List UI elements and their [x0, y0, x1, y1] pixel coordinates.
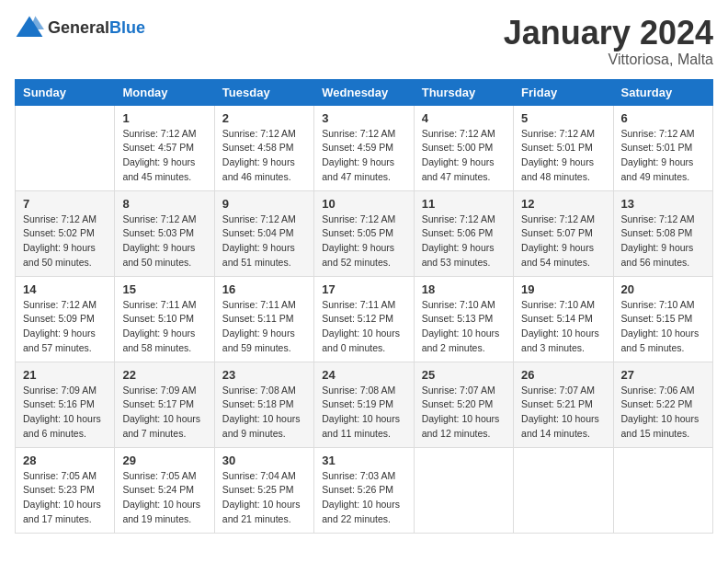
- day-info: Sunrise: 7:12 AM Sunset: 4:58 PM Dayligh…: [222, 127, 306, 185]
- day-info: Sunrise: 7:11 AM Sunset: 5:11 PM Dayligh…: [222, 298, 306, 356]
- day-info: Sunrise: 7:07 AM Sunset: 5:21 PM Dayligh…: [521, 384, 605, 442]
- calendar-cell: 22Sunrise: 7:09 AM Sunset: 5:17 PM Dayli…: [115, 362, 214, 447]
- logo-text-blue: Blue: [109, 18, 145, 37]
- calendar-cell: 23Sunrise: 7:08 AM Sunset: 5:18 PM Dayli…: [214, 362, 313, 447]
- day-info: Sunrise: 7:12 AM Sunset: 4:59 PM Dayligh…: [322, 127, 405, 185]
- calendar-cell: 24Sunrise: 7:08 AM Sunset: 5:19 PM Dayli…: [314, 362, 414, 447]
- header-friday: Friday: [514, 79, 613, 105]
- logo: GeneralBlue: [15, 15, 145, 40]
- day-number: 25: [422, 368, 506, 382]
- day-number: 5: [521, 111, 605, 125]
- header-sunday: Sunday: [16, 79, 115, 105]
- calendar-cell: 20Sunrise: 7:10 AM Sunset: 5:15 PM Dayli…: [613, 276, 712, 362]
- calendar-cell: 28Sunrise: 7:05 AM Sunset: 5:23 PM Dayli…: [16, 447, 115, 533]
- calendar-cell: 6Sunrise: 7:12 AM Sunset: 5:01 PM Daylig…: [613, 105, 712, 190]
- week-row-4: 21Sunrise: 7:09 AM Sunset: 5:16 PM Dayli…: [16, 362, 713, 447]
- header-monday: Monday: [115, 79, 214, 105]
- week-row-2: 7Sunrise: 7:12 AM Sunset: 5:02 PM Daylig…: [16, 190, 713, 276]
- day-number: 21: [23, 368, 107, 382]
- day-info: Sunrise: 7:05 AM Sunset: 5:23 PM Dayligh…: [23, 469, 107, 527]
- week-row-5: 28Sunrise: 7:05 AM Sunset: 5:23 PM Dayli…: [16, 447, 713, 533]
- calendar-cell: [514, 447, 613, 533]
- calendar-cell: 19Sunrise: 7:10 AM Sunset: 5:14 PM Dayli…: [514, 276, 613, 362]
- day-number: 8: [122, 197, 206, 211]
- header-row: Sunday Monday Tuesday Wednesday Thursday…: [16, 79, 713, 105]
- calendar-cell: 10Sunrise: 7:12 AM Sunset: 5:05 PM Dayli…: [314, 190, 414, 276]
- calendar-cell: 11Sunrise: 7:12 AM Sunset: 5:06 PM Dayli…: [414, 190, 513, 276]
- day-number: 17: [322, 282, 405, 296]
- day-info: Sunrise: 7:12 AM Sunset: 5:08 PM Dayligh…: [621, 213, 705, 270]
- title-block: January 2024 Vittoriosa, Malta: [504, 15, 713, 68]
- calendar-cell: 5Sunrise: 7:12 AM Sunset: 5:01 PM Daylig…: [514, 105, 613, 190]
- header-wednesday: Wednesday: [314, 79, 414, 105]
- header-thursday: Thursday: [414, 79, 513, 105]
- calendar-cell: 7Sunrise: 7:12 AM Sunset: 5:02 PM Daylig…: [16, 190, 115, 276]
- calendar-cell: [613, 447, 712, 533]
- day-info: Sunrise: 7:10 AM Sunset: 5:13 PM Dayligh…: [422, 298, 506, 356]
- header-saturday: Saturday: [613, 79, 712, 105]
- calendar-cell: 18Sunrise: 7:10 AM Sunset: 5:13 PM Dayli…: [414, 276, 513, 362]
- day-info: Sunrise: 7:08 AM Sunset: 5:18 PM Dayligh…: [222, 384, 306, 442]
- day-number: 6: [621, 111, 705, 125]
- day-info: Sunrise: 7:12 AM Sunset: 5:01 PM Dayligh…: [621, 127, 705, 185]
- day-info: Sunrise: 7:09 AM Sunset: 5:16 PM Dayligh…: [23, 384, 107, 442]
- calendar-cell: 4Sunrise: 7:12 AM Sunset: 5:00 PM Daylig…: [414, 105, 513, 190]
- calendar-cell: 13Sunrise: 7:12 AM Sunset: 5:08 PM Dayli…: [613, 190, 712, 276]
- day-number: 29: [122, 454, 206, 467]
- day-info: Sunrise: 7:11 AM Sunset: 5:12 PM Dayligh…: [322, 298, 405, 356]
- day-info: Sunrise: 7:10 AM Sunset: 5:15 PM Dayligh…: [621, 298, 705, 356]
- week-row-1: 1Sunrise: 7:12 AM Sunset: 4:57 PM Daylig…: [16, 105, 713, 190]
- calendar-cell: 14Sunrise: 7:12 AM Sunset: 5:09 PM Dayli…: [16, 276, 115, 362]
- day-info: Sunrise: 7:07 AM Sunset: 5:20 PM Dayligh…: [422, 384, 506, 442]
- day-info: Sunrise: 7:04 AM Sunset: 5:25 PM Dayligh…: [222, 469, 306, 527]
- day-number: 12: [521, 197, 605, 211]
- calendar-cell: 3Sunrise: 7:12 AM Sunset: 4:59 PM Daylig…: [314, 105, 414, 190]
- day-number: 24: [322, 368, 405, 382]
- calendar-cell: 2Sunrise: 7:12 AM Sunset: 4:58 PM Daylig…: [214, 105, 313, 190]
- day-number: 31: [322, 454, 405, 467]
- calendar-cell: 26Sunrise: 7:07 AM Sunset: 5:21 PM Dayli…: [514, 362, 613, 447]
- day-info: Sunrise: 7:12 AM Sunset: 5:07 PM Dayligh…: [521, 213, 605, 270]
- day-number: 20: [621, 282, 705, 296]
- calendar-cell: 21Sunrise: 7:09 AM Sunset: 5:16 PM Dayli…: [16, 362, 115, 447]
- day-number: 22: [122, 368, 206, 382]
- day-number: 10: [322, 197, 405, 211]
- page-header: GeneralBlue January 2024 Vittoriosa, Mal…: [15, 15, 713, 68]
- day-info: Sunrise: 7:09 AM Sunset: 5:17 PM Dayligh…: [122, 384, 206, 442]
- location-subtitle: Vittoriosa, Malta: [504, 52, 713, 68]
- day-number: 11: [422, 197, 506, 211]
- day-info: Sunrise: 7:12 AM Sunset: 5:06 PM Dayligh…: [422, 213, 506, 270]
- day-info: Sunrise: 7:05 AM Sunset: 5:24 PM Dayligh…: [122, 469, 206, 527]
- calendar-header: Sunday Monday Tuesday Wednesday Thursday…: [16, 79, 713, 105]
- header-tuesday: Tuesday: [214, 79, 313, 105]
- calendar-cell: 15Sunrise: 7:11 AM Sunset: 5:10 PM Dayli…: [115, 276, 214, 362]
- day-number: 7: [23, 197, 107, 211]
- day-info: Sunrise: 7:12 AM Sunset: 5:02 PM Dayligh…: [23, 213, 107, 270]
- day-number: 1: [122, 111, 206, 125]
- calendar-cell: [16, 105, 115, 190]
- day-info: Sunrise: 7:12 AM Sunset: 5:00 PM Dayligh…: [422, 127, 506, 185]
- calendar-body: 1Sunrise: 7:12 AM Sunset: 4:57 PM Daylig…: [16, 105, 713, 533]
- logo-text-general: General: [48, 18, 109, 37]
- calendar-cell: 16Sunrise: 7:11 AM Sunset: 5:11 PM Dayli…: [214, 276, 313, 362]
- day-info: Sunrise: 7:12 AM Sunset: 5:04 PM Dayligh…: [222, 213, 306, 270]
- day-number: 2: [222, 111, 306, 125]
- day-number: 30: [222, 454, 306, 467]
- calendar-cell: 31Sunrise: 7:03 AM Sunset: 5:26 PM Dayli…: [314, 447, 414, 533]
- calendar-cell: 25Sunrise: 7:07 AM Sunset: 5:20 PM Dayli…: [414, 362, 513, 447]
- day-number: 23: [222, 368, 306, 382]
- logo-icon: [15, 15, 44, 40]
- day-number: 19: [521, 282, 605, 296]
- day-info: Sunrise: 7:06 AM Sunset: 5:22 PM Dayligh…: [621, 384, 705, 442]
- calendar-cell: 12Sunrise: 7:12 AM Sunset: 5:07 PM Dayli…: [514, 190, 613, 276]
- month-title: January 2024: [504, 15, 713, 52]
- day-number: 16: [222, 282, 306, 296]
- calendar-cell: 27Sunrise: 7:06 AM Sunset: 5:22 PM Dayli…: [613, 362, 712, 447]
- day-number: 13: [621, 197, 705, 211]
- calendar-table: Sunday Monday Tuesday Wednesday Thursday…: [15, 79, 713, 534]
- calendar-cell: 29Sunrise: 7:05 AM Sunset: 5:24 PM Dayli…: [115, 447, 214, 533]
- day-info: Sunrise: 7:03 AM Sunset: 5:26 PM Dayligh…: [322, 469, 405, 527]
- day-info: Sunrise: 7:08 AM Sunset: 5:19 PM Dayligh…: [322, 384, 405, 442]
- calendar-cell: 30Sunrise: 7:04 AM Sunset: 5:25 PM Dayli…: [214, 447, 313, 533]
- day-info: Sunrise: 7:12 AM Sunset: 5:05 PM Dayligh…: [322, 213, 405, 270]
